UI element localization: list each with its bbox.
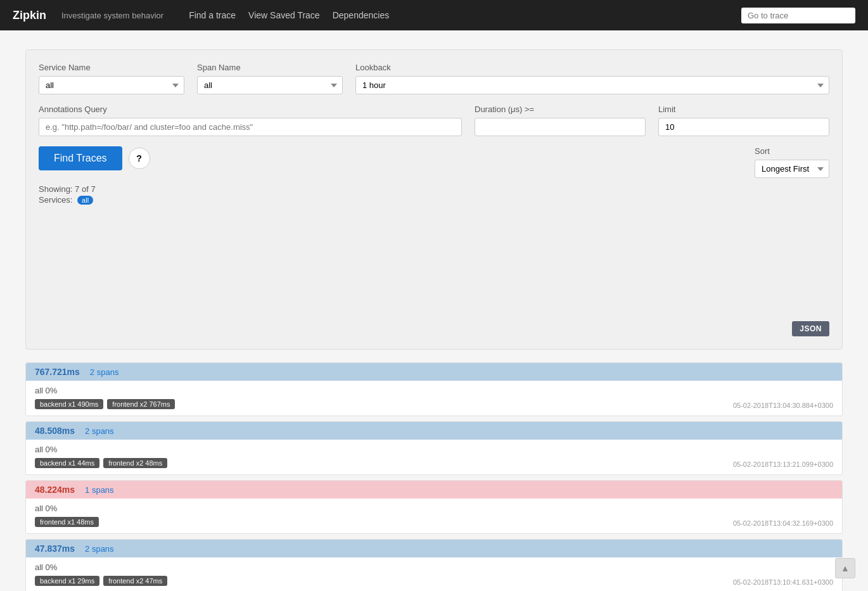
app-brand: Zipkin (13, 9, 46, 22)
search-panel: Service Name all Span Name all Lookback … (25, 49, 843, 350)
sort-group: Sort Longest First Shortest First Newest… (755, 146, 829, 317)
trace-spans: 2 spans (85, 426, 114, 436)
trace-header: 47.837ms 2 spans (26, 540, 842, 557)
navbar: Zipkin Investigate system behavior Find … (0, 0, 868, 30)
duration-input[interactable] (475, 118, 646, 136)
trace-item[interactable]: 48.508ms 2 spans all 0% backend x1 44msf… (25, 421, 843, 475)
form-row-2: Annotations Query Duration (μs) >= Limit (39, 105, 829, 136)
trace-tags: backend x1 29msfrontend x2 47ms (35, 576, 167, 586)
trace-duration: 48.224ms (35, 485, 75, 495)
trace-duration: 47.837ms (35, 543, 75, 554)
span-name-label: Span Name (197, 63, 343, 72)
button-area: Find Traces ? Showing: 7 of 7 Services: … (39, 146, 150, 210)
json-button[interactable]: JSON (792, 321, 829, 336)
trace-service: all 0% (35, 504, 833, 513)
trace-spans: 1 spans (85, 485, 114, 495)
trace-tags: frontend x1 48ms (35, 517, 99, 527)
app-tagline: Investigate system behavior (61, 11, 163, 20)
trace-timestamp: 05-02-2018T13:04:32.169+0300 (733, 519, 833, 527)
trace-duration: 48.508ms (35, 426, 75, 436)
trace-item[interactable]: 767.721ms 2 spans all 0% backend x1 490m… (25, 362, 843, 416)
main-content: Service Name all Span Name all Lookback … (0, 30, 868, 591)
trace-item[interactable]: 48.224ms 1 spans all 0% frontend x1 48ms… (25, 480, 843, 534)
trace-header: 767.721ms 2 spans (26, 363, 842, 381)
lookback-group: Lookback 1 hour 2 hours 6 hours 12 hours… (355, 63, 829, 94)
find-traces-button[interactable]: Find Traces (39, 146, 122, 170)
trace-tags: backend x1 44msfrontend x2 48ms (35, 458, 167, 468)
showing-text: Showing: 7 of 7 (39, 184, 96, 194)
trace-header: 48.224ms 1 spans (26, 481, 842, 499)
lookback-label: Lookback (355, 63, 829, 72)
annotations-input[interactable] (39, 118, 462, 136)
trace-service: all 0% (35, 386, 833, 395)
trace-tag: frontend x1 48ms (35, 517, 99, 527)
limit-input[interactable] (658, 118, 829, 136)
trace-timestamp: 05-02-2018T13:13:21.099+0300 (733, 461, 833, 468)
service-name-select[interactable]: all (39, 76, 184, 94)
trace-row: backend x1 29msfrontend x2 47ms 05-02-20… (35, 576, 833, 586)
duration-label: Duration (μs) >= (475, 105, 646, 114)
limit-group: Limit (658, 105, 829, 136)
trace-tag: frontend x2 48ms (103, 458, 167, 468)
trace-body: all 0% backend x1 44msfrontend x2 48ms 0… (26, 440, 842, 474)
trace-duration: 767.721ms (35, 367, 80, 377)
trace-service: all 0% (35, 562, 833, 572)
trace-row: frontend x1 48ms 05-02-2018T13:04:32.169… (35, 517, 833, 527)
span-name-select[interactable]: all (197, 76, 343, 94)
trace-tag: frontend x2 767ms (107, 399, 175, 409)
nav-view-saved-trace[interactable]: View Saved Trace (248, 10, 320, 20)
trace-item[interactable]: 47.837ms 2 spans all 0% backend x1 29msf… (25, 539, 843, 591)
annotations-group: Annotations Query (39, 105, 462, 136)
sort-label: Sort (755, 146, 829, 156)
trace-tags: backend x1 490msfrontend x2 767ms (35, 399, 175, 409)
form-row-1: Service Name all Span Name all Lookback … (39, 63, 829, 94)
results-summary-left: Showing: 7 of 7 Services: all (39, 184, 96, 206)
trace-tag: backend x1 490ms (35, 399, 103, 409)
duration-group: Duration (μs) >= (475, 105, 646, 136)
sort-select[interactable]: Longest First Shortest First Newest Firs… (755, 160, 829, 178)
trace-body: all 0% frontend x1 48ms 05-02-2018T13:04… (26, 499, 842, 533)
trace-tag: frontend x2 47ms (103, 576, 167, 586)
trace-list: 767.721ms 2 spans all 0% backend x1 490m… (25, 362, 843, 591)
trace-timestamp: 05-02-2018T13:04:30.884+0300 (733, 402, 833, 409)
lookback-select[interactable]: 1 hour 2 hours 6 hours 12 hours 1 day 2 … (355, 76, 829, 94)
nav-find-trace[interactable]: Find a trace (189, 10, 236, 20)
go-to-trace-input[interactable] (741, 8, 855, 23)
services-line: Services: all (39, 195, 96, 205)
trace-tag: backend x1 29ms (35, 576, 99, 586)
trace-spans: 2 spans (85, 544, 114, 554)
trace-service: all 0% (35, 445, 833, 454)
trace-row: backend x1 44msfrontend x2 48ms 05-02-20… (35, 458, 833, 468)
services-label: Services: (39, 195, 72, 205)
limit-label: Limit (658, 105, 829, 114)
service-name-group: Service Name all (39, 63, 184, 94)
service-name-label: Service Name (39, 63, 184, 72)
trace-body: all 0% backend x1 490msfrontend x2 767ms… (26, 381, 842, 416)
scroll-to-top-button[interactable]: ▲ (835, 558, 855, 578)
trace-header: 48.508ms 2 spans (26, 422, 842, 440)
services-badge: all (77, 196, 93, 205)
trace-body: all 0% backend x1 29msfrontend x2 47ms 0… (26, 557, 842, 591)
trace-row: backend x1 490msfrontend x2 767ms 05-02-… (35, 399, 833, 409)
span-name-group: Span Name all (197, 63, 343, 94)
help-button[interactable]: ? (129, 148, 150, 169)
nav-dependencies[interactable]: Dependencies (333, 10, 390, 20)
trace-timestamp: 05-02-2018T13:10:41.631+0300 (733, 578, 833, 586)
annotations-label: Annotations Query (39, 105, 462, 114)
trace-tag: backend x1 44ms (35, 458, 99, 468)
trace-spans: 2 spans (90, 367, 119, 377)
results-summary: Showing: 7 of 7 Services: all (39, 181, 150, 210)
btn-row: Find Traces ? (39, 146, 150, 170)
